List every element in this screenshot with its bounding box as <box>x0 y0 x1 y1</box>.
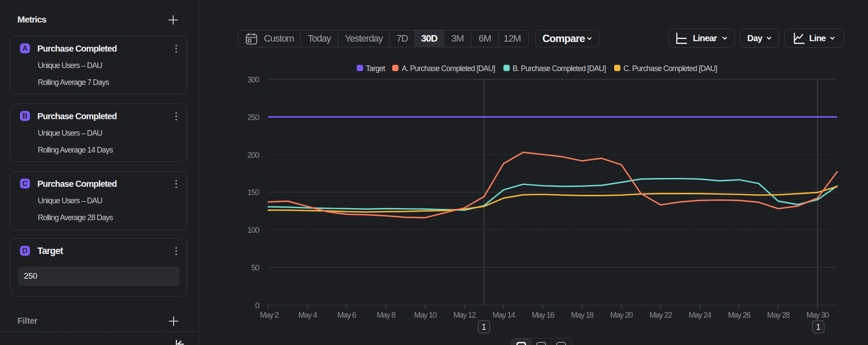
svg-text:May 8: May 8 <box>377 311 396 319</box>
svg-text:May 26: May 26 <box>728 311 751 319</box>
svg-text:May 2: May 2 <box>260 311 279 319</box>
svg-text:May 16: May 16 <box>532 311 555 319</box>
svg-text:May 14: May 14 <box>493 311 516 319</box>
svg-text:200: 200 <box>247 151 260 159</box>
svg-text:1: 1 <box>481 322 486 332</box>
svg-text:May 24: May 24 <box>689 311 712 319</box>
svg-text:300: 300 <box>247 75 260 84</box>
svg-text:A. Purchase Completed [DAU]: A. Purchase Completed [DAU] <box>402 64 495 73</box>
svg-text:May 18: May 18 <box>571 311 594 319</box>
svg-text:Target: Target <box>366 64 385 73</box>
svg-text:May 4: May 4 <box>298 311 317 319</box>
svg-text:50: 50 <box>251 264 260 272</box>
svg-text:May 30: May 30 <box>806 311 829 319</box>
svg-text:0: 0 <box>255 301 260 310</box>
svg-text:100: 100 <box>247 226 260 234</box>
svg-text:150: 150 <box>247 188 260 197</box>
svg-text:250: 250 <box>247 113 260 122</box>
svg-text:1: 1 <box>816 322 821 332</box>
svg-text:C. Purchase Completed [DAU]: C. Purchase Completed [DAU] <box>624 64 717 73</box>
svg-text:May 12: May 12 <box>453 311 476 319</box>
svg-text:May 22: May 22 <box>649 311 672 319</box>
svg-text:B. Purchase Completed [DAU]: B. Purchase Completed [DAU] <box>513 64 606 73</box>
svg-text:May 10: May 10 <box>414 311 437 319</box>
svg-text:May 28: May 28 <box>767 311 790 319</box>
svg-text:May 20: May 20 <box>610 311 633 319</box>
svg-text:May 6: May 6 <box>338 311 357 319</box>
